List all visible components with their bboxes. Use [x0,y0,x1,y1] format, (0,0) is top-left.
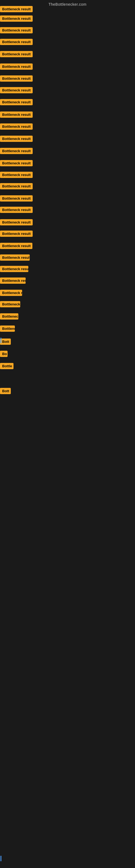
bottleneck-badge[interactable]: Bottleneck result [0,254,30,261]
bottleneck-badge[interactable]: Bottleneck result [0,243,32,249]
cursor-indicator [1,856,1,861]
bottleneck-item: Bottleneck result [0,195,33,203]
bottleneck-badge[interactable]: Bottleneck result [0,172,33,178]
bottleneck-badge[interactable]: Bottleneck result [0,266,28,272]
bottleneck-badge[interactable]: Bottleneck result [0,326,15,332]
bottleneck-item: Bottleneck result [0,290,22,297]
bottleneck-badge[interactable]: Bottleneck result [0,313,18,319]
bottleneck-item: Bottleneck result [0,123,33,131]
bottleneck-badge[interactable]: Bottleneck result [0,135,33,142]
bottleneck-badge[interactable]: Bottleneck result [0,160,33,166]
bottleneck-item: Bottleneck result [0,243,32,250]
bottleneck-item: Bottleneck result [0,301,20,308]
bottleneck-item: Bottleneck result [0,99,33,106]
bottleneck-badge[interactable]: Bottleneck result [0,207,33,213]
bottleneck-item: Bott [0,339,11,346]
bottleneck-item: Bottleneck result [0,254,30,262]
bottleneck-badge[interactable]: Bottleneck result [0,99,33,105]
bottleneck-badge[interactable]: Bottleneck result [0,230,33,237]
bottleneck-item: Bottleneck result [0,207,33,214]
bottleneck-badge[interactable]: Bottleneck result [0,123,33,130]
bottleneck-item: Bottleneck result [0,326,15,333]
bottleneck-badge[interactable]: Bott [0,388,11,394]
bottleneck-item: Bottleneck result [0,148,33,155]
bottleneck-badge[interactable]: Bottleneck result [0,148,33,154]
bottleneck-badge[interactable]: Bottleneck result [0,27,33,33]
bottleneck-item: Bottleneck result [0,39,33,46]
bottleneck-badge[interactable]: Bottleneck result [0,301,20,307]
bottleneck-badge[interactable]: Bottle [0,363,13,369]
bottleneck-badge[interactable]: Bottleneck result [0,112,33,118]
bottleneck-item: Bott [0,388,11,395]
bottleneck-item: Bottleneck result [0,6,33,13]
bottleneck-badge[interactable]: Bottleneck result [0,63,33,70]
bottleneck-item: Bottleneck result [0,219,33,226]
bottleneck-badge[interactable]: Bottleneck result [0,219,33,225]
bottleneck-item: Bottleneck result [0,63,33,71]
bottleneck-item: Bottleneck result [0,112,33,119]
bottleneck-badge[interactable]: Bott [0,339,11,345]
bottleneck-item: Bottleneck result [0,172,33,179]
bottleneck-badge[interactable]: Bottleneck result [0,75,33,82]
bottleneck-badge[interactable]: Bottleneck result [0,278,26,284]
bottleneck-item: Bottle [0,363,13,370]
bottleneck-item: Bottleneck result [0,135,33,143]
bottleneck-item: Bottleneck result [0,27,33,34]
cursor-indicator [1,338,1,343]
bottleneck-badge[interactable]: Bottleneck result [0,290,22,296]
bottleneck-badge[interactable]: Bottleneck result [0,51,33,57]
bottleneck-item: Bo [0,351,8,358]
bottleneck-item: Bottleneck result [0,75,33,83]
bottleneck-item: Bottleneck result [0,16,33,23]
bottleneck-badge[interactable]: Bottleneck result [0,6,33,12]
bottleneck-item: Bottleneck result [0,160,33,167]
bottleneck-item: Bottleneck result [0,51,33,58]
bottleneck-item: Bottleneck result [0,183,33,190]
bottleneck-badge[interactable]: Bottleneck result [0,195,33,202]
bottleneck-item: Bottleneck result [0,278,26,285]
bottleneck-badge[interactable]: Bottleneck result [0,16,33,22]
bottleneck-badge[interactable]: Bottleneck result [0,87,33,93]
bottleneck-badge[interactable]: Bottleneck result [0,183,33,189]
bottleneck-item: Bottleneck result [0,87,33,94]
bottleneck-item: Bottleneck result [0,230,33,238]
bottleneck-badge[interactable]: Bo [0,351,8,357]
bottleneck-item: Bottleneck result [0,266,28,273]
bottleneck-badge[interactable]: Bottleneck result [0,39,33,45]
bottleneck-item: Bottleneck result [0,313,18,321]
